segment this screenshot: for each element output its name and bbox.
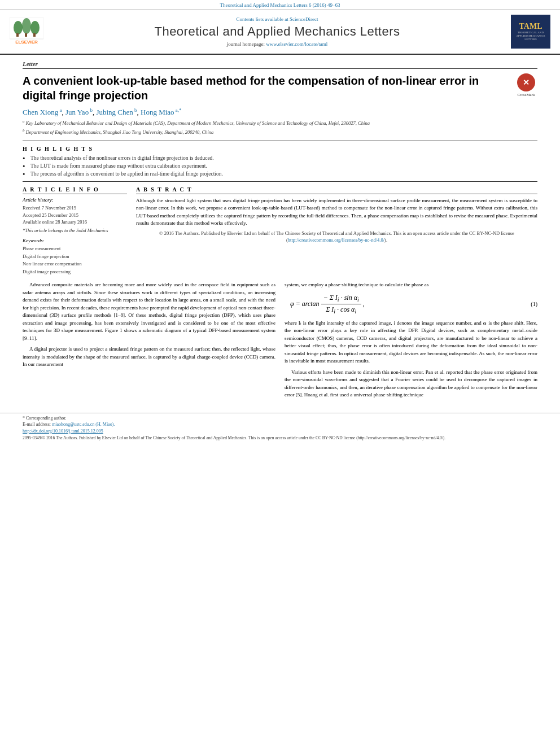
taml-abbr: TAML	[519, 22, 542, 31]
journal-header-center: Contents lists available at ScienceDirec…	[46, 14, 508, 49]
highlights-list: The theoretical analysis of the nonlinea…	[23, 155, 537, 177]
author-1-sup: a	[58, 107, 62, 113]
contents-line: Contents lists available at ScienceDirec…	[52, 16, 502, 22]
crossmark-icon: ✕	[517, 73, 535, 91]
journal-citation: Theoretical and Applied Mechanics Letter…	[220, 2, 340, 8]
sciencedirect-link[interactable]: ScienceDirect	[290, 16, 318, 22]
formula-area: φ = arctan − Σ Ii · sin αi Σ Ii · cos αi…	[285, 292, 537, 316]
highlights-heading: H I G H L I G H T S	[23, 146, 537, 152]
doi-link[interactable]: http://dx.doi.org/10.1016/j.taml.2015.12…	[23, 429, 103, 434]
formula-content: φ = arctan − Σ Ii · sin αi Σ Ii · cos αi…	[290, 292, 531, 316]
taml-full: THEORETICAL AND APPLIED MECHANICS LETTER…	[513, 31, 548, 41]
svg-point-1	[14, 21, 23, 34]
taml-logo-area: TAML THEORETICAL AND APPLIED MECHANICS L…	[508, 14, 553, 49]
page-wrapper: Theoretical and Applied Mechanics Letter…	[0, 0, 560, 443]
author-2-sup: b	[89, 107, 93, 113]
contents-text: Contents lists available at	[237, 16, 288, 22]
svg-rect-4	[16, 33, 19, 37]
body-para-1: Advanced composite materials are becomin…	[23, 281, 275, 342]
highlight-item-1: The theoretical analysis of the nonlinea…	[23, 155, 537, 161]
author-3: Jubing Chen	[96, 108, 133, 116]
article-title-area: A convenient look-up-table based method …	[23, 73, 537, 103]
history-label: Article history:	[23, 197, 127, 203]
journal-header: ELSEVIER Contents lists available at Sci…	[0, 10, 560, 55]
crossmark-text: CrossMark	[517, 93, 535, 97]
formula-number: (1)	[531, 300, 537, 308]
keyword-3: Non-linear error compensation	[23, 260, 127, 268]
author-3-sup: b	[133, 107, 137, 113]
info-abstract-columns: A R T I C L E I N F O Article history: R…	[23, 186, 537, 276]
taml-logo: TAML THEORETICAL AND APPLIED MECHANICS L…	[511, 15, 550, 49]
journal-title: Theoretical and Applied Mechanics Letter…	[52, 24, 502, 39]
svg-text:ELSEVIER: ELSEVIER	[15, 40, 38, 45]
abstract-col: A B S T R A C T Although the structured …	[136, 186, 537, 276]
highlight-item-2: The LUT is made from measured phase map …	[23, 163, 537, 169]
doi-line: http://dx.doi.org/10.1016/j.taml.2015.12…	[23, 429, 537, 434]
footnote-email: E-mail address: miaohong@ustc.edu.cn (H.…	[23, 422, 537, 427]
article-type: Letter	[23, 60, 537, 69]
authors-line: Chen Xiong a, Jun Yao b, Jubing Chen b, …	[23, 107, 537, 117]
body-col2-para-1: where Iᵢ is the light intensity of the c…	[285, 320, 537, 365]
abstract-heading: A B S T R A C T	[136, 186, 537, 194]
keywords-heading: Keywords:	[23, 238, 127, 243]
body-col-right: system, we employ a phase-shifting techn…	[285, 281, 537, 402]
author-1: Chen Xiong	[23, 108, 58, 116]
affiliation-2: b Department of Engineering Mechanics, S…	[23, 128, 537, 136]
svg-point-3	[30, 21, 40, 34]
copyright-footer: 2095-0349/© 2016 The Authors. Published …	[23, 435, 537, 442]
keyword-4: Digital image processing	[23, 268, 127, 276]
copyright-link[interactable]: http://creativecommons.org/licenses/by-n…	[288, 237, 384, 243]
svg-rect-5	[25, 33, 27, 37]
article-info-col: A R T I C L E I N F O Article history: R…	[23, 186, 127, 276]
svg-point-2	[22, 18, 31, 34]
affiliations: a Key Laboratory of Mechanical Behavior …	[23, 119, 537, 136]
keyword-2: Digital fringe projection	[23, 253, 127, 261]
history-received: Received 7 November 2015	[23, 204, 127, 212]
svg-rect-6	[33, 33, 36, 37]
body-col2-intro: system, we employ a phase-shifting techn…	[285, 281, 537, 289]
elsevier-logo-area: ELSEVIER	[7, 14, 46, 49]
separator-1	[23, 141, 537, 141]
keyword-1: Phase measurement	[23, 245, 127, 253]
body-col-left: Advanced composite materials are becomin…	[23, 281, 275, 402]
page-footer: * Corresponding author. E-mail address: …	[0, 413, 560, 444]
elsevier-logo-icon: ELSEVIER	[10, 18, 43, 46]
homepage-url[interactable]: www.elsevier.com/locate/taml	[266, 41, 327, 47]
author-4-sup: a,*	[174, 107, 182, 113]
author-2: Jun Yao	[65, 108, 89, 116]
body-para-2: A digital projector is used to project a…	[23, 346, 275, 369]
article-info-heading: A R T I C L E I N F O	[23, 186, 127, 194]
body-columns: Advanced composite materials are becomin…	[23, 281, 537, 402]
main-content: Letter A convenient look-up-table based …	[0, 55, 560, 408]
affiliation-1: a Key Laboratory of Mechanical Behavior …	[23, 119, 537, 127]
article-title: A convenient look-up-table based method …	[23, 73, 509, 103]
highlight-item-3: The process of algorithm is convenient t…	[23, 171, 537, 177]
article-note: *This article belongs to the Solid Mecha…	[23, 228, 127, 233]
journal-homepage: journal homepage: www.elsevier.com/locat…	[52, 41, 502, 47]
footnote-star: * Corresponding author.	[23, 416, 537, 421]
abstract-text: Although the structured light system tha…	[136, 197, 537, 228]
author-4: Hong Miao	[141, 108, 174, 116]
separator-2	[23, 181, 537, 182]
body-col2-para-2: Various efforts have been made to dimini…	[285, 369, 537, 399]
history-accepted: Accepted 25 December 2015	[23, 212, 127, 219]
history-online: Available online 28 January 2016	[23, 219, 127, 226]
abstract-copyright: © 2016 The Authors. Published by Elsevie…	[136, 230, 537, 244]
footnote-email-link[interactable]: miaohong@ustc.edu.cn (H. Miao).	[52, 422, 115, 427]
top-bar: Theoretical and Applied Mechanics Letter…	[0, 0, 560, 10]
homepage-label: journal homepage:	[227, 41, 265, 47]
keywords-list: Phase measurement Digital fringe project…	[23, 245, 127, 276]
crossmark[interactable]: ✕ CrossMark	[515, 73, 537, 97]
